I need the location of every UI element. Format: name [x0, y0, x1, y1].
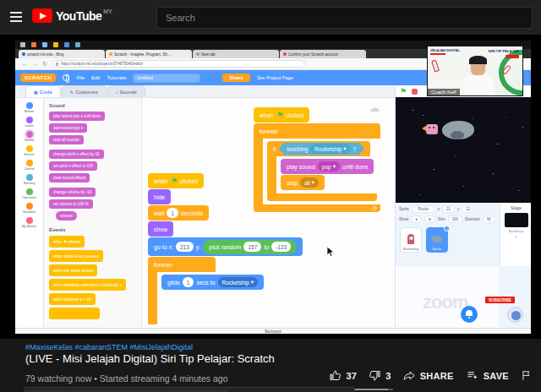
language-globe-icon[interactable] — [63, 74, 69, 81]
stage-viewport[interactable] — [396, 97, 531, 203]
dislike-button[interactable]: 3 — [369, 369, 391, 382]
block-play-sound-until-done[interactable]: play sound pop ▾ until done — [281, 159, 374, 174]
search-input[interactable] — [157, 8, 532, 28]
category-operators[interactable]: Operators — [15, 188, 43, 203]
size-input[interactable]: 100 — [448, 215, 463, 223]
palette-block[interactable]: start sound pop ▾ — [49, 123, 87, 133]
youtube-logo[interactable]: YouTube MY — [32, 8, 112, 23]
bell-button[interactable] — [461, 306, 478, 323]
block-pick-random[interactable]: pick random 157 to -123 — [203, 240, 297, 254]
rock-sprite[interactable] — [442, 121, 474, 139]
share-project-button[interactable]: Share — [222, 74, 250, 82]
block-hide[interactable]: hide — [148, 189, 171, 204]
chrome-icon[interactable] — [42, 42, 47, 47]
share-button[interactable]: SHARE — [403, 369, 454, 382]
palette-block[interactable]: play sound pop ▾ until done — [49, 112, 105, 121]
palette-block[interactable]: when space ▾ key pressed — [49, 250, 103, 262]
glide-secs-input[interactable]: 1 — [183, 277, 194, 287]
palette-block-partial[interactable] — [49, 308, 100, 319]
palette-block[interactable]: set pitch ▾ effect to 100 — [49, 161, 97, 171]
save-button[interactable]: SAVE — [466, 369, 509, 382]
video-player[interactable]: scratch.mit.edu - Bing Scratch - Imagine… — [0, 35, 541, 339]
forward-icon[interactable]: → — [32, 61, 38, 67]
stop-button[interactable] — [412, 89, 418, 95]
block-if[interactable]: if touching Rocketship ▾ ? — [267, 141, 377, 201]
webcam-coach[interactable]: JELAJAH DIGITAL SIRI TIP PELAJAR Coach K… — [428, 46, 522, 95]
block-when-flag-clicked[interactable]: when ⚑ clicked — [254, 107, 309, 122]
block-when-flag-clicked[interactable]: when ⚑ clicked — [148, 173, 204, 188]
show-button[interactable]: ● — [411, 215, 422, 223]
palette-block[interactable]: clear sound effects — [49, 173, 90, 182]
palette-block[interactable]: stop all sounds — [49, 135, 84, 144]
touching-target-dropdown[interactable]: Rocketship ▾ — [310, 144, 350, 154]
window-icon[interactable] — [20, 42, 25, 47]
tab-sounds[interactable]: ♪ Sounds — [107, 85, 145, 97]
channel-avatar[interactable] — [507, 307, 523, 323]
browser-tab-bing[interactable]: scratch.mit.edu - Bing — [19, 50, 105, 58]
back-icon[interactable]: ← — [22, 61, 28, 67]
like-button[interactable]: 37 — [329, 369, 357, 382]
wait-value-input[interactable]: 1 — [167, 208, 178, 218]
block-show[interactable]: show — [148, 221, 173, 237]
cat-rocket-sprite[interactable] — [426, 124, 438, 134]
menu-icon[interactable] — [10, 12, 22, 22]
tab-code[interactable]: ▦ Code — [25, 85, 61, 97]
block-forever[interactable]: forever glide 1 secs to Rocketship ▾ — [148, 257, 264, 324]
backpack-bar[interactable]: Backpack — [15, 328, 531, 334]
hashtag-links[interactable]: #MaxiseKelas #cabaranSTEM #MisiJelajahDi… — [25, 343, 193, 351]
palette-block[interactable]: change volume by -10 — [49, 188, 96, 197]
stage-card[interactable]: Stage Backdrops 1 — [500, 203, 531, 266]
script-right[interactable]: when ⚑ clicked forever if — [254, 103, 380, 213]
palette-block[interactable]: when this sprite clicked — [49, 264, 97, 276]
palette-block[interactable]: when loudness ▾ > 10 — [49, 293, 96, 305]
browser-tab-mail[interactable]: Confirm your Scratch account — [280, 50, 366, 58]
palette-block[interactable]: when ⚑ clicked — [49, 236, 85, 248]
tab-costumes[interactable]: ✎ Costumes — [62, 85, 107, 97]
random-to-input[interactable]: -123 — [271, 242, 291, 252]
category-myblocks[interactable]: My Blocks — [15, 217, 43, 231]
sprite-x-input[interactable]: 21 — [442, 205, 455, 213]
files-icon[interactable] — [75, 42, 80, 47]
category-variables[interactable]: Variables — [15, 203, 43, 217]
sound-dropdown[interactable]: pop ▾ — [318, 161, 340, 172]
sprite-name-input[interactable]: Rocks — [412, 205, 435, 213]
file-menu[interactable]: File — [76, 75, 85, 80]
category-looks[interactable]: Looks — [15, 117, 43, 131]
palette-block[interactable]: set volume to 100 % — [49, 199, 93, 209]
sprite-tile-rocks[interactable]: i Rocks — [426, 227, 448, 253]
browser-tab-scratch[interactable]: Scratch - Imagine, Program, Sh... — [106, 50, 192, 58]
subscribe-badge[interactable]: SUBSCRIBE — [485, 297, 515, 303]
tutorials-menu[interactable]: Tutorials — [107, 75, 126, 80]
sprite-tile-rocketship[interactable]: Rocketship — [400, 227, 422, 253]
search-box[interactable] — [156, 7, 533, 29]
sprite-y-input[interactable]: 12 — [462, 205, 474, 213]
reload-icon[interactable]: ↻ — [42, 61, 47, 67]
block-stop[interactable]: stop all ▾ — [281, 175, 325, 190]
green-flag-button[interactable]: ⚑ — [400, 88, 407, 95]
block-goto-xy[interactable]: go to x: 213 y: pick random 157 to -123 — [148, 237, 303, 256]
address-bar[interactable]: https://scratch.mit.edu/projects/5748750… — [52, 60, 305, 68]
block-glide[interactable]: glide 1 secs to Rocketship ▾ — [161, 275, 264, 290]
folder-icon[interactable] — [53, 42, 58, 47]
report-button[interactable] — [521, 369, 533, 382]
browser-tab-newtab[interactable]: New tab — [193, 50, 279, 58]
category-control[interactable]: Control — [15, 160, 43, 174]
direction-input[interactable]: 90 — [483, 215, 495, 223]
edge-icon[interactable] — [64, 42, 69, 47]
scratch-logo[interactable]: SCRATCH — [20, 74, 56, 82]
hide-button[interactable]: ø — [424, 215, 435, 223]
category-motion[interactable]: Motion — [15, 102, 43, 117]
edit-menu[interactable]: Edit — [91, 75, 100, 80]
block-wait[interactable]: wait 1 seconds — [148, 205, 209, 220]
palette-block[interactable]: volume — [56, 211, 77, 220]
stop-option-dropdown[interactable]: all ▾ — [300, 177, 319, 188]
project-name-input[interactable]: Untitled — [133, 74, 200, 83]
see-project-page-link[interactable]: See Project Page — [257, 75, 293, 80]
firefox-icon[interactable] — [31, 42, 36, 47]
block-touching[interactable]: touching Rocketship ▾ ? — [279, 143, 365, 155]
palette-block[interactable]: when backdrop switches to backdrop1 ▾ — [49, 279, 126, 291]
x-value-input[interactable]: 213 — [176, 242, 194, 252]
category-events[interactable]: Events — [15, 145, 43, 160]
glide-target-dropdown[interactable]: Rocketship ▾ — [218, 277, 258, 287]
category-sound[interactable]: Sound — [15, 131, 43, 145]
